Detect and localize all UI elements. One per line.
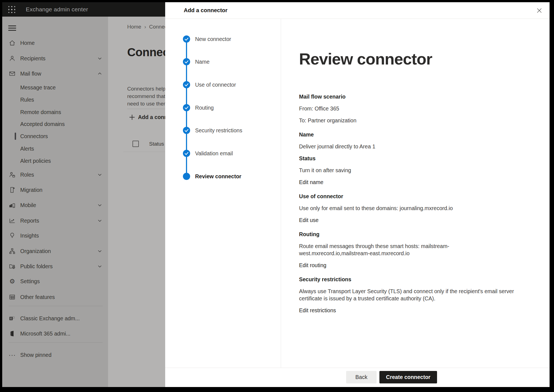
hamburger-icon[interactable]: [8, 25, 16, 32]
dialog-title: Add a connector: [184, 2, 228, 19]
sidebar-divider: [9, 342, 103, 343]
sidebar-item-migration[interactable]: Migration: [2, 184, 108, 196]
sidebar-nav: Home Recipients Mail flow Message trace …: [2, 17, 108, 387]
org-chart-icon: [9, 247, 16, 255]
section-text: Turn it on after saving: [299, 167, 515, 174]
breadcrumb-separator: ›: [144, 24, 146, 30]
table-icon: [9, 293, 16, 301]
sidebar-item-accepted-domains[interactable]: Accepted domains: [2, 118, 108, 130]
select-all-checkbox[interactable]: [132, 141, 139, 147]
step-complete-icon: [183, 35, 190, 43]
sidebar-item-mobile[interactable]: Mobile: [2, 199, 108, 211]
edit-restrictions-link[interactable]: Edit restrictions: [299, 307, 336, 314]
sidebar-item-connectors[interactable]: Connectors: [2, 130, 108, 142]
chevron-up-icon: [98, 71, 102, 76]
step-complete-icon: [183, 81, 190, 88]
sidebar-item-rules[interactable]: Rules: [2, 94, 108, 106]
step-complete-icon: [183, 127, 190, 134]
section-text: Deliver journal directly to Area 1: [299, 143, 515, 150]
mail-icon: [9, 70, 16, 77]
folder-globe-icon: [9, 263, 16, 270]
sidebar-item-alert-policies[interactable]: Alert policies: [2, 155, 108, 167]
sidebar-item-public-folders[interactable]: Public folders: [2, 260, 108, 272]
dialog-body: New connector Name Use of connector Rout…: [165, 19, 550, 368]
sidebar-item-roles[interactable]: Roles: [2, 169, 108, 181]
step-use-of-connector: Use of connector: [165, 81, 281, 88]
section-text: Always use Transport Layer Security (TLS…: [299, 288, 515, 302]
step-security-restrictions: Security restrictions: [165, 127, 281, 134]
sidebar-item-home[interactable]: Home: [2, 37, 108, 49]
section-text: Route email messages through these smart…: [299, 243, 515, 257]
sidebar-item-organization[interactable]: Organization: [2, 245, 108, 257]
ellipsis-icon: ···: [9, 351, 16, 359]
sidebar-item-remote-domains[interactable]: Remote domains: [2, 106, 108, 118]
chevron-down-icon: [98, 249, 102, 253]
step-routing: Routing: [165, 104, 281, 111]
table-header-divider: [123, 152, 165, 152]
roles-icon: [9, 171, 16, 178]
lightbulb-icon: [9, 232, 16, 239]
create-connector-button[interactable]: Create connector: [379, 371, 437, 383]
sidebar-divider: [9, 306, 103, 306]
edit-name-link[interactable]: Edit name: [299, 179, 323, 186]
add-connector-button[interactable]: Add a connector: [129, 114, 165, 120]
breadcrumb: Home›Connectors: [127, 24, 165, 30]
section-heading: Use of connector: [299, 193, 538, 200]
sidebar-item-recipients[interactable]: Recipients: [2, 52, 108, 65]
dialog-header: Add a connector: [165, 2, 550, 19]
chevron-down-icon: [98, 203, 102, 207]
sidebar-item-mail-flow[interactable]: Mail flow: [2, 68, 108, 80]
office-logo-icon: [9, 330, 16, 337]
step-name: Name: [165, 58, 281, 65]
section-mail-flow-scenario: Mail flow scenario From: Office 365 To: …: [299, 93, 538, 124]
close-icon[interactable]: [536, 7, 543, 14]
breadcrumb-home-link[interactable]: Home: [127, 24, 141, 30]
column-header-status: Status: [149, 141, 164, 147]
gear-icon: ⚙: [9, 278, 16, 285]
section-name: Name Deliver journal directly to Area 1 …: [299, 131, 538, 186]
back-button[interactable]: Back: [346, 371, 377, 383]
migration-icon: [9, 186, 16, 194]
reports-icon: [9, 217, 16, 224]
mobile-icon: [9, 202, 16, 209]
exchange-logo-icon: [9, 315, 16, 322]
review-heading: Review connector: [299, 50, 538, 68]
page-description: Connectors help recommend that need to u…: [127, 85, 165, 107]
sidebar-item-message-trace[interactable]: Message trace: [2, 81, 108, 94]
edit-routing-link[interactable]: Edit routing: [299, 262, 326, 269]
step-current-icon: [183, 173, 190, 180]
section-heading: Mail flow scenario: [299, 93, 538, 100]
home-icon: [9, 39, 16, 47]
add-connector-dialog: Add a connector New connector Name Use o…: [165, 2, 550, 387]
main-content: Home›Connectors Connectors Connectors he…: [108, 17, 165, 387]
step-new-connector: New connector: [165, 35, 281, 43]
sidebar-item-microsoft-365-admin[interactable]: Microsoft 365 admi...: [2, 327, 108, 340]
sidebar-item-classic-exchange-admin[interactable]: Classic Exchange adm...: [2, 312, 108, 324]
waffle-icon[interactable]: [8, 6, 16, 13]
section-subheading: Status: [299, 155, 515, 162]
section-security-restrictions: Security restrictions Always use Transpo…: [299, 276, 538, 314]
edit-use-link[interactable]: Edit use: [299, 216, 318, 224]
chevron-down-icon: [98, 56, 102, 61]
sidebar-item-show-pinned[interactable]: ··· Show pinned: [2, 349, 108, 361]
review-pane: Review connector Mail flow scenario From…: [281, 19, 550, 368]
step-complete-icon: [183, 150, 190, 157]
section-text: Use only for email sent to these domains…: [299, 205, 515, 212]
step-complete-icon: [183, 58, 190, 65]
section-heading: Routing: [299, 231, 538, 238]
step-validation-email: Validation email: [165, 150, 281, 157]
sidebar-item-other-features[interactable]: Other features: [2, 291, 108, 303]
section-heading: Name: [299, 131, 538, 138]
sidebar-item-insights[interactable]: Insights: [2, 229, 108, 242]
page-title: Connectors: [127, 46, 165, 59]
person-icon: [9, 55, 16, 62]
selected-indicator: [15, 133, 16, 140]
section-heading: Security restrictions: [299, 276, 538, 283]
app-title: Exchange admin center: [26, 2, 88, 17]
sidebar-item-alerts[interactable]: Alerts: [2, 143, 108, 155]
section-use-of-connector: Use of connector Use only for email sent…: [299, 193, 538, 224]
sidebar-item-settings[interactable]: ⚙ Settings: [2, 275, 108, 287]
step-review-connector: Review connector: [165, 173, 281, 180]
sidebar-item-reports[interactable]: Reports: [2, 215, 108, 227]
section-text: To: Partner organization: [299, 117, 515, 124]
